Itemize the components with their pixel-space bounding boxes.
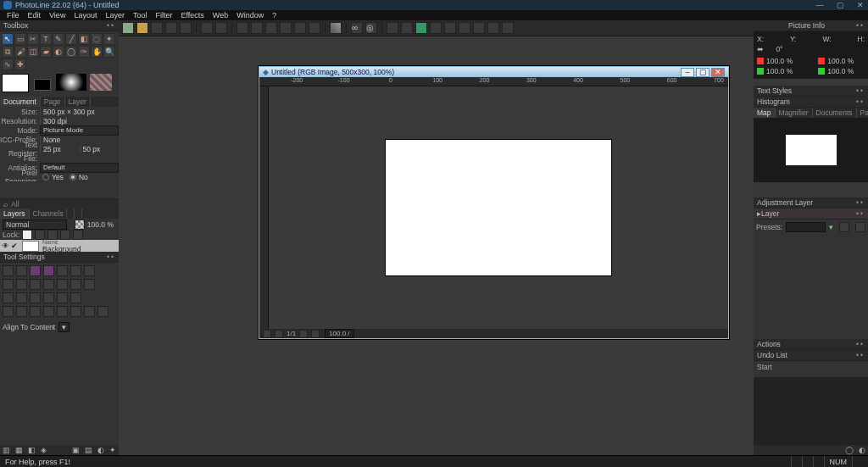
menu-view[interactable]: View xyxy=(49,11,65,19)
ts-opt-4[interactable] xyxy=(43,279,54,290)
tab-page[interactable]: Page xyxy=(41,97,65,107)
ts-dist-5[interactable] xyxy=(57,292,68,303)
undo-header[interactable]: Undo List xyxy=(754,350,868,361)
lb-icon-6[interactable]: ▤ xyxy=(85,446,92,454)
tb-fx2[interactable] xyxy=(401,22,413,34)
tool-shape[interactable]: ◯ xyxy=(65,46,77,58)
ts-btn-2[interactable] xyxy=(16,265,27,276)
opacity-value[interactable]: 100.0 % xyxy=(85,220,116,229)
picture-info-header[interactable]: Picture Info xyxy=(754,20,868,31)
ts-dist-3[interactable] xyxy=(30,292,41,303)
menu-help[interactable]: ? xyxy=(272,11,276,19)
tool-clone[interactable]: ⧉ xyxy=(2,46,14,58)
navigator-body[interactable] xyxy=(754,118,868,182)
ts-align-7[interactable] xyxy=(84,306,95,317)
ts-opt-6[interactable] xyxy=(70,279,81,290)
toolsettings-menu-icon[interactable] xyxy=(107,253,115,261)
tool-move[interactable]: ↖ xyxy=(2,33,14,45)
tb-new[interactable] xyxy=(122,22,134,34)
ts-opt-1[interactable] xyxy=(3,279,14,290)
size-value[interactable]: 500 px × 300 px xyxy=(40,108,119,116)
ts-align-2[interactable] xyxy=(16,306,27,317)
foreground-color[interactable] xyxy=(2,74,29,92)
lb-icon-8[interactable]: ✦ xyxy=(109,446,116,454)
icc-value[interactable]: None xyxy=(40,136,119,144)
tb-cut[interactable] xyxy=(265,22,277,34)
lb-icon-3[interactable]: ◧ xyxy=(28,446,36,454)
resolution-value[interactable]: 300 dpi xyxy=(40,117,119,125)
ts-btn-7[interactable] xyxy=(84,265,95,276)
lb-icon-5[interactable]: ▣ xyxy=(72,446,80,454)
ts-btn-5[interactable] xyxy=(57,265,68,276)
tb-fx7[interactable] xyxy=(473,22,485,34)
lb-icon-2[interactable]: ▦ xyxy=(15,446,23,454)
ts-opt-7[interactable] xyxy=(84,279,95,290)
menu-edit[interactable]: Edit xyxy=(28,11,42,19)
tb-refresh[interactable] xyxy=(309,22,320,34)
tool-fill[interactable]: ▰ xyxy=(40,46,52,58)
doc-close[interactable]: ✕ xyxy=(711,68,725,77)
menu-window[interactable]: Window xyxy=(236,11,264,19)
antialias-select[interactable]: Default xyxy=(40,163,119,173)
ts-dist-1[interactable] xyxy=(3,292,14,303)
pattern-preview[interactable] xyxy=(90,74,112,91)
tb-redo[interactable] xyxy=(251,22,263,34)
tb-target[interactable]: ◎ xyxy=(365,22,377,34)
tab-layers[interactable]: Layers xyxy=(0,208,30,219)
register-x[interactable]: 25 px xyxy=(40,145,80,153)
tool-crop[interactable]: ✂ xyxy=(27,33,39,45)
tb-fx9[interactable] xyxy=(502,22,514,34)
tool-gradient[interactable]: ◐ xyxy=(53,46,64,58)
ts-btn-4[interactable] xyxy=(43,265,54,276)
tool-smudge[interactable]: ∿ xyxy=(2,58,14,70)
tb-undo[interactable] xyxy=(236,22,248,34)
tb-fx1[interactable] xyxy=(387,22,398,34)
tab-channels[interactable]: Channels xyxy=(30,208,68,219)
tab-layer[interactable]: Layer xyxy=(65,97,91,107)
minimize-button[interactable]: — xyxy=(815,1,824,9)
adjustment-menu-icon[interactable] xyxy=(856,198,865,207)
doc-minimize[interactable]: – xyxy=(681,68,694,77)
page-last[interactable] xyxy=(311,330,320,338)
tool-settings-header[interactable]: Tool Settings xyxy=(0,252,119,263)
ts-opt-3[interactable] xyxy=(30,279,41,290)
gradient-preview[interactable] xyxy=(56,74,86,91)
menu-tool[interactable]: Tool xyxy=(133,11,147,19)
doc-maximize[interactable]: ▢ xyxy=(696,68,709,77)
tab-map[interactable]: Map xyxy=(754,108,776,118)
ts-btn-6[interactable] xyxy=(70,265,81,276)
document-titlebar[interactable]: ◆ Untitled (RGB Image, 500x300, 100%) – … xyxy=(259,67,728,77)
tb-saveas[interactable] xyxy=(165,22,177,34)
artboard[interactable] xyxy=(386,140,611,275)
undo-menu-icon[interactable] xyxy=(856,351,865,359)
tool-brush[interactable]: 🖌 xyxy=(14,46,26,58)
preset-add[interactable] xyxy=(839,222,849,232)
menu-effects[interactable]: Effects xyxy=(181,11,203,19)
tool-hand[interactable]: ✋ xyxy=(91,46,103,58)
ts-opt-5[interactable] xyxy=(57,279,68,290)
tb-prev[interactable] xyxy=(201,22,213,34)
histogram-menu-icon[interactable] xyxy=(856,97,865,106)
textstyles-header[interactable]: Text Styles xyxy=(754,86,868,97)
preset-select[interactable] xyxy=(786,222,826,232)
register-y[interactable]: 50 px xyxy=(80,145,120,153)
adjustment-sub-menu-icon[interactable] xyxy=(856,209,865,218)
maximize-button[interactable]: ▢ xyxy=(836,1,844,9)
tool-paint[interactable]: ✎ xyxy=(53,33,64,45)
lb-icon-1[interactable]: ▥ xyxy=(3,446,10,454)
command-field[interactable]: All xyxy=(11,200,19,208)
snap-yes-radio[interactable] xyxy=(42,174,49,181)
lb-icon-7[interactable]: ◐ xyxy=(97,446,104,454)
rb-icon-1[interactable]: ◯ xyxy=(845,446,854,454)
tb-fx4[interactable] xyxy=(430,22,442,34)
menu-file[interactable]: File xyxy=(7,11,19,19)
ts-align-5[interactable] xyxy=(57,306,68,317)
page-prev[interactable] xyxy=(275,330,283,338)
page-first[interactable] xyxy=(263,330,271,338)
tb-brush[interactable] xyxy=(330,22,342,34)
ts-align-1[interactable] xyxy=(3,306,14,317)
zoom-field[interactable]: 100.0 / xyxy=(325,329,353,338)
tb-fx6[interactable] xyxy=(459,22,470,34)
ts-btn-1[interactable] xyxy=(3,265,14,276)
menu-filter[interactable]: Filter xyxy=(155,11,172,19)
